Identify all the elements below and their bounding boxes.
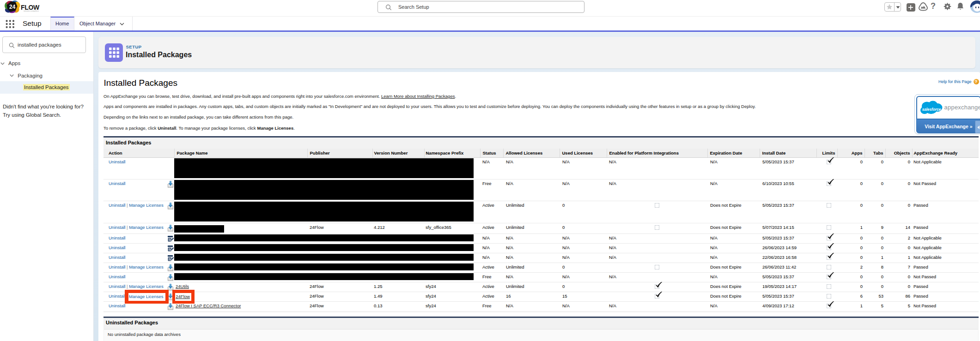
svg-text:24: 24	[9, 4, 16, 10]
svg-text:salesforce: salesforce	[922, 107, 941, 111]
svg-text:solutions everywhere: solutions everywhere	[24, 10, 39, 12]
